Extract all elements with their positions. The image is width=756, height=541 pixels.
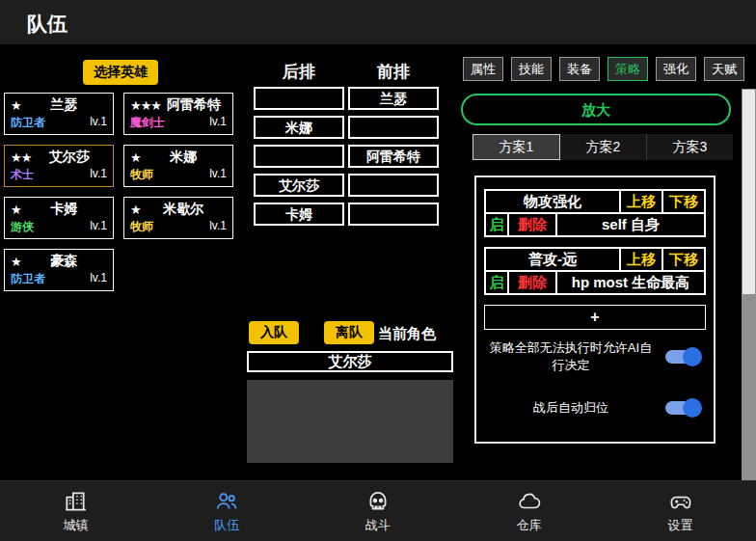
move-down-button[interactable]: 下移 bbox=[662, 190, 705, 213]
move-up-button[interactable]: 上移 bbox=[620, 248, 662, 271]
strategy-target[interactable]: self 自身 bbox=[556, 213, 705, 236]
enable-toggle-button[interactable]: 启 bbox=[485, 213, 508, 236]
bottom-nav: 城镇 队伍 战斗 仓库 bbox=[0, 480, 756, 541]
strategy-name: 普攻-远 bbox=[485, 248, 620, 271]
plan-tab-1[interactable]: 方案1 bbox=[472, 134, 560, 160]
hero-stars: ★ bbox=[11, 255, 21, 269]
plan-tabs: 方案1 方案2 方案3 bbox=[472, 134, 733, 160]
hero-card-mina[interactable]: ★米娜 牧师lv.1 bbox=[123, 145, 233, 187]
hero-card-lanser[interactable]: ★兰瑟 防卫者lv.1 bbox=[4, 93, 114, 135]
tab-attributes[interactable]: 属性 bbox=[463, 57, 503, 81]
character-preview-area bbox=[247, 380, 453, 463]
hero-class: 牧师 bbox=[130, 219, 153, 235]
hero-card-aiersha[interactable]: ★★艾尔莎 术士lv.1 bbox=[4, 145, 114, 187]
top-bar: 队伍 bbox=[0, 0, 756, 44]
back-slot-2[interactable]: 米娜 bbox=[254, 116, 344, 139]
join-team-button[interactable]: 入队 bbox=[249, 321, 299, 344]
hero-stars: ★ bbox=[11, 98, 21, 113]
enable-toggle-button[interactable]: 启 bbox=[485, 271, 508, 294]
back-slot-3[interactable] bbox=[254, 145, 344, 168]
hero-level: lv.1 bbox=[90, 115, 107, 131]
nav-label: 战斗 bbox=[365, 517, 391, 534]
select-hero-button[interactable]: 选择英雄 bbox=[83, 60, 158, 85]
hero-card-haosen[interactable]: ★豪森 防卫者lv.1 bbox=[4, 249, 114, 291]
front-slot-1[interactable]: 兰瑟 bbox=[348, 87, 439, 110]
hero-class: 术士 bbox=[11, 167, 34, 183]
auto-return-label: 战后自动归位 bbox=[486, 399, 656, 417]
hero-name: 卡姆 bbox=[21, 201, 107, 218]
hero-name: 兰瑟 bbox=[21, 96, 107, 114]
tab-talent[interactable]: 天赋 bbox=[704, 57, 744, 81]
tab-enhance[interactable]: 强化 bbox=[656, 57, 696, 81]
hero-class: 牧师 bbox=[130, 167, 153, 183]
hero-card-mixieer[interactable]: ★米歇尔 牧师lv.1 bbox=[123, 197, 233, 239]
hero-card-kamu[interactable]: ★卡姆 游侠lv.1 bbox=[4, 197, 114, 239]
strategy-item: 普攻-远 上移 下移 启 删除 hp most 生命最高 bbox=[484, 247, 706, 295]
skull-icon bbox=[365, 489, 391, 514]
back-row-header: 后排 bbox=[283, 61, 315, 83]
page-title: 队伍 bbox=[27, 11, 68, 38]
delete-button[interactable]: 删除 bbox=[508, 213, 556, 236]
strategy-item: 物攻强化 上移 下移 启 删除 self 自身 bbox=[484, 189, 706, 237]
auto-return-toggle-row: 战后自动归位 bbox=[484, 398, 706, 418]
hero-class: 魔剑士 bbox=[130, 115, 165, 131]
detail-tabs: 属性 技能 装备 策略 强化 天赋 bbox=[463, 57, 744, 81]
back-slot-1[interactable] bbox=[254, 87, 344, 110]
cloud-icon bbox=[517, 489, 542, 514]
plan-tab-2[interactable]: 方案2 bbox=[560, 134, 647, 160]
nav-item-warehouse[interactable]: 仓库 bbox=[453, 481, 605, 541]
hero-card-areixite[interactable]: ★★★阿雷希特 魔剑士lv.1 bbox=[123, 93, 233, 135]
front-slot-5[interactable] bbox=[348, 203, 439, 226]
move-up-button[interactable]: 上移 bbox=[620, 190, 662, 213]
tab-equipment[interactable]: 装备 bbox=[559, 57, 600, 81]
hero-stars: ★ bbox=[130, 150, 141, 165]
auto-return-toggle[interactable] bbox=[665, 398, 702, 418]
hero-level: lv.1 bbox=[209, 167, 227, 183]
hero-level: lv.1 bbox=[209, 115, 227, 131]
delete-button[interactable]: 删除 bbox=[508, 271, 556, 294]
building-icon bbox=[63, 489, 88, 514]
tab-skills[interactable]: 技能 bbox=[511, 57, 552, 81]
leave-team-button[interactable]: 离队 bbox=[324, 321, 374, 344]
hero-level: lv.1 bbox=[90, 219, 107, 235]
nav-label: 仓库 bbox=[517, 517, 542, 534]
add-strategy-button[interactable]: + bbox=[484, 305, 706, 330]
nav-item-settings[interactable]: 设置 bbox=[605, 481, 756, 541]
back-slot-5[interactable]: 卡姆 bbox=[254, 203, 344, 226]
ai-decide-toggle[interactable] bbox=[665, 347, 702, 366]
hero-stars: ★ bbox=[130, 203, 141, 217]
nav-label: 城镇 bbox=[63, 517, 88, 534]
scrollbar-thumb[interactable] bbox=[742, 90, 755, 294]
nav-item-battle[interactable]: 战斗 bbox=[303, 481, 454, 541]
hero-level: lv.1 bbox=[209, 219, 227, 235]
gamepad-icon bbox=[668, 489, 693, 514]
team-icon bbox=[214, 489, 239, 514]
zoom-button[interactable]: 放大 bbox=[461, 94, 731, 125]
front-slot-2[interactable] bbox=[348, 116, 439, 139]
hero-list: ★兰瑟 防卫者lv.1 ★★★阿雷希特 魔剑士lv.1 ★★艾尔莎 术士lv.1… bbox=[4, 93, 233, 291]
tab-strategy[interactable]: 策略 bbox=[608, 57, 648, 81]
plan-tab-3[interactable]: 方案3 bbox=[647, 134, 733, 160]
nav-item-town[interactable]: 城镇 bbox=[0, 481, 151, 541]
hero-name: 米歇尔 bbox=[141, 201, 227, 218]
back-slot-4[interactable]: 艾尔莎 bbox=[254, 174, 344, 197]
hero-name: 阿雷希特 bbox=[161, 96, 227, 114]
front-row-header: 前排 bbox=[377, 61, 410, 83]
nav-label: 设置 bbox=[668, 517, 693, 534]
front-slot-4[interactable] bbox=[348, 174, 439, 197]
toggle-thumb bbox=[683, 398, 702, 418]
move-down-button[interactable]: 下移 bbox=[662, 248, 705, 271]
hero-level: lv.1 bbox=[90, 167, 107, 183]
front-row-slots: 兰瑟 阿雷希特 bbox=[348, 87, 439, 226]
hero-level: lv.1 bbox=[90, 271, 107, 287]
hero-class: 游侠 bbox=[11, 219, 34, 235]
toggle-thumb bbox=[683, 347, 702, 366]
strategy-target[interactable]: hp most 生命最高 bbox=[556, 271, 705, 294]
strategy-panel: 物攻强化 上移 下移 启 删除 self 自身 普攻-远 上移 下移 启 删除 … bbox=[474, 176, 716, 444]
vertical-scrollbar[interactable] bbox=[742, 89, 756, 541]
front-slot-3[interactable]: 阿雷希特 bbox=[348, 145, 439, 168]
ai-decide-label: 策略全部无法执行时允许AI自行决定 bbox=[486, 339, 656, 373]
current-role-label: 当前角色 bbox=[378, 325, 436, 343]
back-row-slots: 米娜 艾尔莎 卡姆 bbox=[254, 87, 344, 226]
nav-item-team[interactable]: 队伍 bbox=[151, 481, 303, 541]
